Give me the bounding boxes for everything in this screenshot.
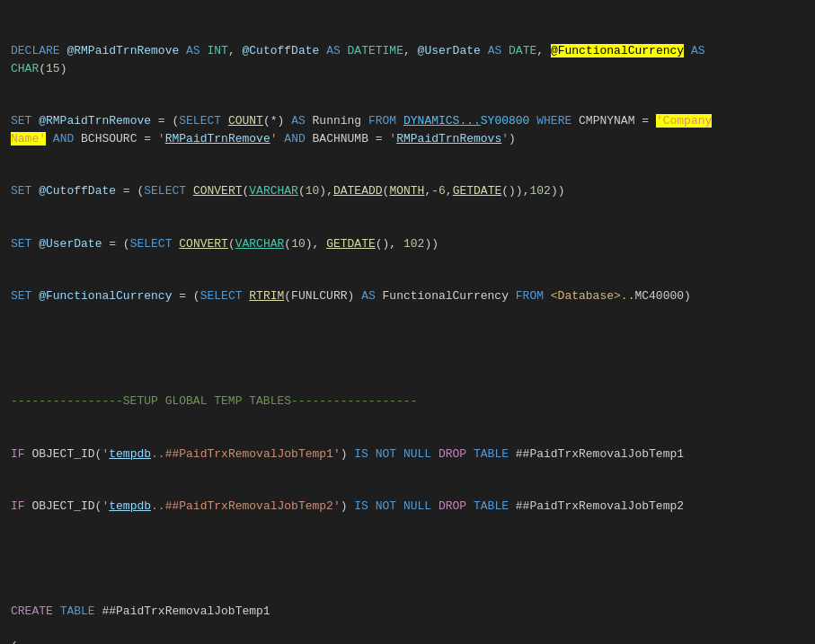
line-6: IF OBJECT_ID('tempdb..##PaidTrxRemovalJo… xyxy=(11,446,804,463)
line-1: DECLARE @RMPaidTrnRemove AS INT, @Cutoff… xyxy=(11,42,804,77)
line-2: SET @RMPaidTrnRemove = (SELECT COUNT(*) … xyxy=(11,112,804,147)
line-3: SET @CutoffDate = (SELECT CONVERT(VARCHA… xyxy=(11,182,804,200)
line-8: CREATE TABLE ##PaidTrxRemovalJobTemp1 xyxy=(11,603,804,621)
line-9: ( xyxy=(11,638,804,644)
line-comment: ----------------SETUP GLOBAL TEMP TABLES… xyxy=(11,393,804,410)
code-editor: DECLARE @RMPaidTrnRemove AS INT, @Cutoff… xyxy=(0,0,815,644)
line-7: IF OBJECT_ID('tempdb..##PaidTrxRemovalJo… xyxy=(11,498,804,516)
line-blank1 xyxy=(11,340,804,358)
line-blank2 xyxy=(11,551,804,569)
line-4: SET @UserDate = (SELECT CONVERT(VARCHAR(… xyxy=(11,235,804,253)
line-5: SET @FunctionalCurrency = (SELECT RTRIM(… xyxy=(11,287,804,305)
